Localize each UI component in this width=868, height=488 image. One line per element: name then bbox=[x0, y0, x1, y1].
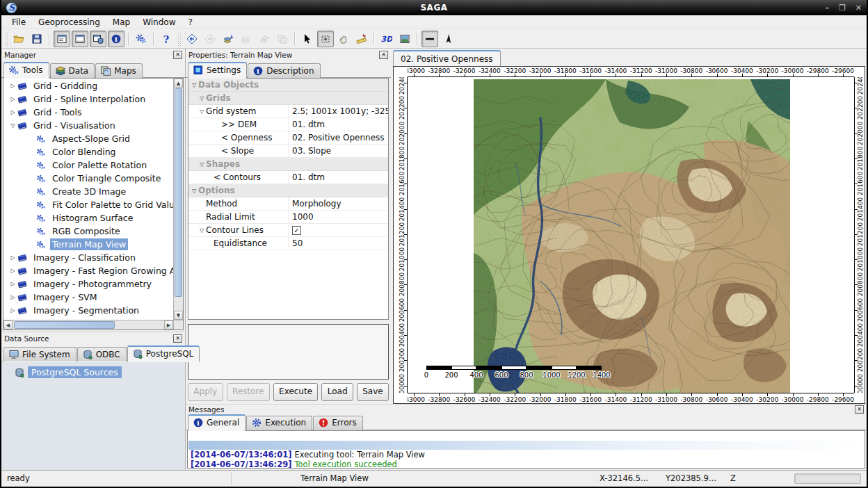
measure-tool-button[interactable] bbox=[353, 31, 370, 47]
property-row-radial-limit[interactable]: Radial Limit1000 bbox=[188, 211, 388, 224]
geoprocessing-tools-button[interactable] bbox=[133, 31, 150, 47]
messages-tab-general[interactable]: iGeneral bbox=[188, 414, 246, 431]
expand-icon[interactable]: ▷ bbox=[9, 83, 17, 89]
view-3d-button[interactable]: 3D bbox=[378, 31, 395, 47]
tree-item-rgb-composite[interactable]: RGB Composite bbox=[3, 225, 173, 238]
expand-icon[interactable]: ▷ bbox=[9, 254, 17, 261]
zoom-next-button[interactable] bbox=[202, 31, 218, 47]
property-row-data-objects[interactable]: ▽Data Objects bbox=[188, 79, 388, 92]
scroll-up-icon[interactable]: ▲ bbox=[174, 79, 183, 88]
load-button[interactable]: Load bbox=[321, 383, 353, 401]
tree-item-terrain-map-view[interactable]: Terrain Map View bbox=[3, 238, 173, 251]
zoom-previous-button[interactable] bbox=[184, 31, 200, 47]
tree-item-color-palette-rotation[interactable]: Color Palette Rotation bbox=[3, 158, 173, 172]
tree-horizontal-scrollbar[interactable]: ◀ ▶ bbox=[3, 320, 173, 330]
scroll-down-icon[interactable]: ▼ bbox=[174, 311, 183, 320]
data-source-close-icon[interactable]: ✕ bbox=[173, 334, 182, 343]
save-file-button[interactable] bbox=[29, 31, 45, 47]
manager-tab-tools[interactable]: Tools bbox=[3, 62, 49, 79]
expand-icon[interactable]: ▷ bbox=[9, 281, 17, 287]
close-button[interactable]: ✕ bbox=[855, 3, 862, 13]
clip-layers-button[interactable] bbox=[256, 31, 273, 47]
tree-vertical-scrollbar[interactable]: ▲ ▼ bbox=[173, 79, 183, 320]
manager-tab-data[interactable]: Data bbox=[50, 63, 95, 78]
menu-file[interactable]: File bbox=[6, 16, 32, 29]
map-canvas[interactable]: 0200400600800100012001400 bbox=[408, 77, 854, 393]
collapse-icon[interactable]: ▽ bbox=[198, 227, 206, 234]
copy-map-button[interactable] bbox=[274, 31, 291, 47]
tree-item-grid-visualisation[interactable]: ▽Grid - Visualisation bbox=[3, 119, 173, 132]
pointer-button[interactable] bbox=[299, 31, 316, 47]
collapse-icon[interactable]: ▽ bbox=[190, 188, 198, 194]
property-value[interactable]: 1000 bbox=[288, 211, 388, 223]
add-layer-button[interactable] bbox=[238, 31, 255, 47]
collapse-icon[interactable]: ▽ bbox=[9, 122, 17, 129]
property-row-method[interactable]: MethodMorphology bbox=[188, 197, 388, 211]
tree-item-fit-color-palette-to-grid-values[interactable]: Fit Color Palette to Grid Values bbox=[3, 198, 173, 211]
property-value[interactable]: Morphology bbox=[288, 197, 388, 210]
property-value[interactable]: 01. dtm bbox=[288, 171, 388, 184]
messages-close-icon[interactable]: ✕ bbox=[855, 405, 864, 414]
properties-close-icon[interactable]: ✕ bbox=[379, 51, 388, 59]
open-file-button[interactable] bbox=[10, 31, 27, 47]
property-value[interactable]: 2.5; 1001x 1001y; -32500 bbox=[288, 105, 388, 117]
collapse-icon[interactable]: ▽ bbox=[198, 161, 206, 168]
property-value[interactable]: 02. Positive Openness bbox=[288, 131, 388, 144]
tree-item-histogram-surface[interactable]: Histogram Surface bbox=[3, 211, 173, 225]
tree-item-color-blending[interactable]: Color Blending bbox=[3, 145, 173, 158]
messages-tab-errors[interactable]: !Errors bbox=[313, 416, 363, 430]
property-row-grid-system[interactable]: ▽Grid system2.5; 1001x 1001y; -32500 bbox=[188, 105, 388, 118]
scroll-right-icon[interactable]: ▶ bbox=[164, 320, 173, 330]
data-source-item-postgresql-sources[interactable]: PostgreSQL Sources bbox=[14, 366, 122, 378]
data-source-tab-odbc[interactable]: ODBC bbox=[77, 347, 127, 361]
tree-item-grid-gridding[interactable]: ▷Grid - Gridding bbox=[3, 79, 173, 92]
north-arrow-button[interactable] bbox=[440, 31, 456, 47]
property-row-dem[interactable]: >> DEM01. dtm bbox=[188, 118, 388, 131]
log-selected-line[interactable] bbox=[188, 441, 864, 450]
checkbox-checked-icon[interactable]: ✓ bbox=[292, 226, 301, 235]
property-row-contours[interactable]: < Contours01. dtm bbox=[188, 171, 388, 184]
collapse-icon[interactable]: ▽ bbox=[198, 108, 206, 115]
menu-window[interactable]: Window bbox=[136, 16, 182, 29]
expand-icon[interactable]: ▷ bbox=[9, 109, 17, 115]
manager-tab-maps[interactable]: Maps bbox=[95, 63, 143, 78]
property-value[interactable]: 03. Slope bbox=[288, 145, 388, 157]
property-row-shapes[interactable]: ▽Shapes bbox=[188, 158, 388, 171]
collapse-icon[interactable]: ▽ bbox=[198, 95, 206, 101]
properties-tab-settings[interactable]: Settings bbox=[188, 62, 247, 79]
data-source-tab-file-system[interactable]: File System bbox=[3, 347, 77, 361]
property-value[interactable]: 50 bbox=[288, 237, 388, 250]
help-button[interactable]: ? bbox=[158, 31, 175, 47]
data-source-tab-postgresql[interactable]: PostgreSQL bbox=[127, 345, 200, 362]
property-value[interactable]: 01. dtm bbox=[288, 118, 388, 131]
property-row-equidistance[interactable]: Equidistance50 bbox=[188, 237, 388, 250]
menu-geoprocessing[interactable]: Geoprocessing bbox=[32, 16, 106, 29]
map-tab[interactable]: 02. Positive Openness bbox=[393, 50, 501, 66]
expand-icon[interactable]: ▷ bbox=[9, 268, 17, 274]
maximize-button[interactable]: ❒ bbox=[839, 3, 846, 13]
property-row-openness[interactable]: < Openness02. Positive Openness bbox=[188, 131, 388, 145]
tree-item-imagery-fast-region-growing-alg[interactable]: ▷Imagery - Fast Region Growing Alg bbox=[3, 264, 173, 277]
expand-icon[interactable]: ▷ bbox=[9, 307, 17, 314]
property-value[interactable]: ✓ bbox=[288, 224, 388, 236]
execute-button[interactable]: Execute bbox=[273, 383, 319, 401]
tree-item-aspect-slope-grid[interactable]: Aspect-Slope Grid bbox=[3, 132, 173, 145]
scroll-left-icon[interactable]: ◀ bbox=[3, 320, 13, 330]
show-data-source-button[interactable] bbox=[90, 31, 106, 47]
save-as-image-button[interactable] bbox=[396, 31, 413, 47]
properties-tab-description[interactable]: iDescription bbox=[248, 63, 320, 78]
property-row-grids[interactable]: ▽Grids bbox=[188, 92, 388, 105]
expand-icon[interactable]: ▷ bbox=[9, 96, 17, 102]
tree-item-create-3d-image[interactable]: Create 3D Image bbox=[3, 185, 173, 198]
tree-item-imagery-segmentation[interactable]: ▷Imagery - Segmentation bbox=[3, 304, 173, 317]
zoom-tool-button[interactable] bbox=[317, 31, 334, 47]
expand-icon[interactable]: ▷ bbox=[9, 294, 17, 300]
tree-item-grid-spline-interpolation[interactable]: ▷Grid - Spline Interpolation bbox=[3, 92, 173, 106]
property-row-options[interactable]: ▽Options bbox=[188, 184, 388, 197]
tree-item-grid-tools[interactable]: ▷Grid - Tools bbox=[3, 106, 173, 119]
show-manager-button[interactable] bbox=[54, 31, 70, 47]
tree-item-imagery-svm[interactable]: ▷Imagery - SVM bbox=[3, 291, 173, 304]
add-data-button[interactable] bbox=[220, 31, 236, 47]
show-object-properties-button[interactable] bbox=[72, 31, 88, 47]
menu-map[interactable]: Map bbox=[106, 16, 136, 29]
